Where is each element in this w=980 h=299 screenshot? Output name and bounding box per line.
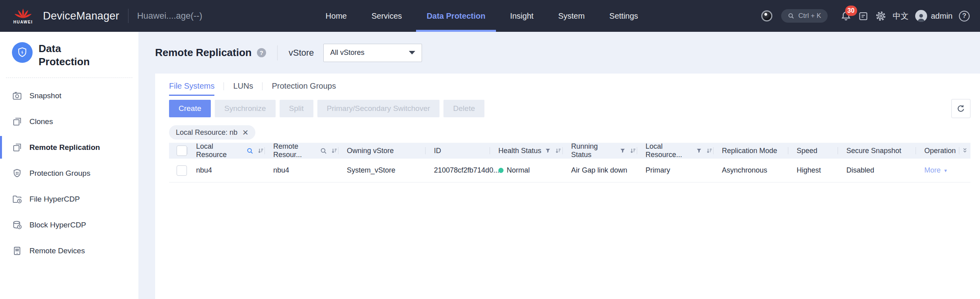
navbar-utilities: Ctrl + K 30 中文 admin ? — [761, 9, 970, 23]
main-nav: Home Services Data Protection Insight Sy… — [315, 0, 649, 32]
filter-tag-close-icon[interactable]: ✕ — [242, 129, 249, 136]
filter-row: Local Resource: nb ✕ — [169, 125, 970, 140]
cell-id: 210078cf2fb714d0... — [425, 159, 490, 182]
sidebar-item-protection-groups[interactable]: Protection Groups — [0, 160, 138, 186]
shield-grid-icon — [12, 168, 22, 179]
more-actions-link[interactable]: More ▼ — [924, 166, 948, 175]
language-switcher[interactable]: 中文 — [893, 11, 909, 21]
sidebar-item-remote-devices[interactable]: Remote Devices — [0, 238, 138, 264]
huawei-logo: HUAWEI — [10, 8, 36, 24]
sort-icon[interactable] — [257, 147, 264, 155]
avatar[interactable] — [915, 10, 927, 22]
nav-item-home[interactable]: Home — [315, 0, 358, 32]
person-icon — [916, 12, 926, 22]
global-search[interactable]: Ctrl + K — [781, 9, 827, 23]
select-all-checkbox[interactable] — [177, 146, 187, 156]
header-divider — [277, 45, 278, 60]
health-status-dot — [498, 168, 504, 173]
switchover-button[interactable]: Primary/Secondary Switchover — [317, 100, 440, 117]
column-search-active-icon[interactable] — [246, 147, 254, 155]
column-search-icon[interactable] — [320, 147, 327, 155]
sidebar-item-block-hypercdp[interactable]: Block HyperCDP — [0, 212, 138, 238]
sidebar: Data Protection Snapshot Clones Remote R… — [0, 32, 138, 299]
sidebar-item-file-hypercdp[interactable]: File HyperCDP — [0, 186, 138, 212]
cell-speed: Highest — [788, 159, 838, 182]
sidebar-header: Data Protection — [0, 32, 138, 68]
sort-icon[interactable] — [629, 147, 637, 155]
column-settings-chevrons-icon[interactable] — [961, 147, 968, 154]
username[interactable]: admin — [931, 12, 953, 21]
cell-operation: More ▼ — [916, 159, 959, 182]
sidebar-divider — [6, 78, 132, 78]
nav-item-settings[interactable]: Settings — [599, 0, 649, 32]
nav-item-data-protection[interactable]: Data Protection — [416, 0, 496, 32]
replication-table: Local Resource Remote Resour... Ownin — [169, 143, 970, 183]
chevron-down-icon — [409, 51, 415, 54]
refresh-button[interactable] — [951, 99, 970, 118]
huawei-flower-icon — [14, 8, 32, 19]
huawei-wordmark: HUAWEI — [14, 20, 33, 24]
notification-badge: 30 — [845, 6, 857, 16]
device-name[interactable]: Huawei....age(--) — [137, 11, 202, 21]
replication-squares-icon — [12, 142, 22, 153]
cell-running-status: Air Gap link down — [562, 159, 637, 182]
cell-secure-snapshot: Disabled — [838, 159, 916, 182]
vstore-label: vStore — [289, 48, 314, 58]
tab-separator — [262, 82, 262, 90]
cell-remote-resource: nbu4 — [264, 159, 338, 182]
sidebar-item-remote-replication[interactable]: Remote Replication — [0, 134, 138, 160]
vstore-select[interactable]: All vStores — [323, 44, 422, 62]
sort-icon[interactable] — [331, 147, 338, 155]
tab-separator — [224, 82, 224, 90]
tab-luns[interactable]: LUNs — [233, 82, 253, 96]
filter-funnel-icon[interactable] — [696, 148, 702, 154]
help-icon[interactable]: ? — [959, 11, 970, 21]
tab-bar: File Systems LUNs Protection Groups — [169, 74, 970, 96]
table-header-row: Local Resource Remote Resour... Ownin — [169, 143, 970, 159]
nav-item-insight[interactable]: Insight — [499, 0, 544, 32]
table-row: nbu4 nbu4 System_vStore 210078cf2fb714d0… — [169, 159, 970, 183]
app-title: DeviceManager — [43, 10, 119, 22]
navbar-divider — [128, 9, 128, 23]
row-checkbox[interactable] — [177, 165, 187, 176]
filter-tag: Local Resource: nb ✕ — [169, 125, 255, 140]
clone-squares-icon — [12, 116, 22, 127]
page-title: Remote Replication — [155, 47, 252, 59]
synchronize-button[interactable]: Synchronize — [215, 100, 276, 117]
tab-protection-groups[interactable]: Protection Groups — [272, 82, 336, 96]
sidebar-item-clones[interactable]: Clones — [0, 109, 138, 134]
tab-file-systems[interactable]: File Systems — [169, 82, 214, 96]
nav-item-system[interactable]: System — [547, 0, 595, 32]
sort-icon[interactable] — [554, 147, 562, 155]
page-header: Remote Replication ? vStore All vStores — [155, 32, 980, 74]
filter-funnel-icon[interactable] — [619, 148, 626, 154]
message-list-icon[interactable] — [858, 11, 869, 21]
gear-icon[interactable] — [875, 10, 887, 22]
filter-funnel-icon[interactable] — [544, 148, 551, 154]
caret-down-icon: ▼ — [943, 168, 948, 173]
toolbar: Create Synchronize Split Primary/Seconda… — [169, 100, 970, 117]
sidebar-title: Data Protection — [39, 42, 90, 68]
vstore-selected-value: All vStores — [330, 49, 364, 57]
sort-icon[interactable] — [706, 147, 713, 155]
device-panel-icon — [12, 246, 22, 256]
notifications-button[interactable]: 30 — [840, 10, 852, 21]
top-navbar: HUAWEI DeviceManager Huawei....age(--) H… — [0, 0, 980, 32]
nav-item-services[interactable]: Services — [361, 0, 413, 32]
data-protection-logo — [12, 42, 33, 63]
create-button[interactable]: Create — [169, 100, 211, 117]
refresh-icon — [956, 104, 966, 113]
split-button[interactable]: Split — [280, 100, 313, 117]
filter-tag-label: Local Resource: nb — [176, 128, 237, 137]
main-content: Remote Replication ? vStore All vStores … — [138, 32, 980, 299]
cell-local-resource-role: Primary — [637, 159, 713, 182]
search-shortcut: Ctrl + K — [798, 12, 821, 20]
content-card: File Systems LUNs Protection Groups Crea… — [155, 74, 980, 299]
theme-toggle-icon[interactable] — [761, 10, 772, 21]
sidebar-item-snapshot[interactable]: Snapshot — [0, 83, 138, 109]
delete-button[interactable]: Delete — [443, 100, 484, 117]
camera-icon — [12, 91, 22, 101]
shield-bolt-icon — [16, 47, 28, 58]
cell-local-resource: nbu4 — [187, 159, 264, 182]
page-help-icon[interactable]: ? — [257, 48, 266, 57]
